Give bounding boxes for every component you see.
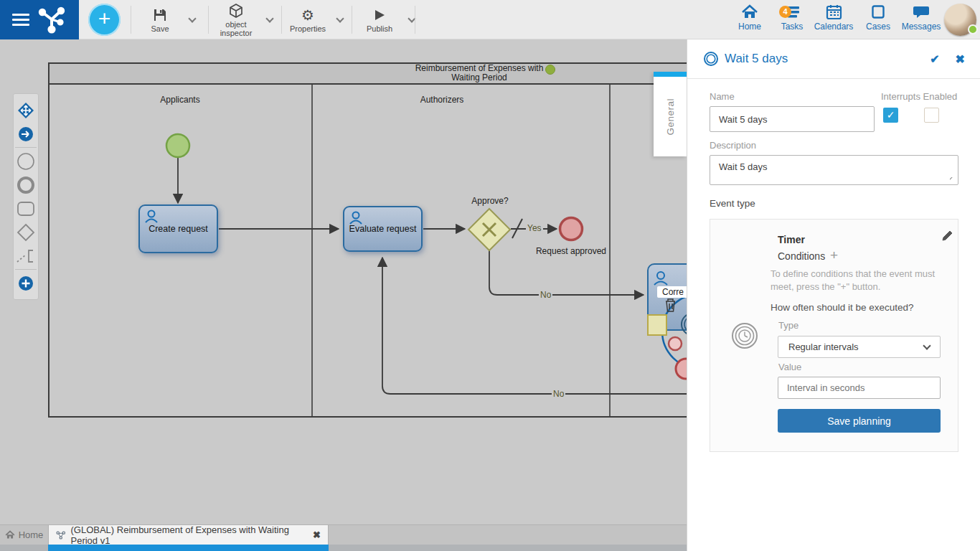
lane-label-applicants[interactable]: Applicants [123,95,237,105]
publish-button[interactable]: Publish [357,7,402,33]
value-input[interactable] [778,377,941,399]
object-inspector-label: object inspector [214,20,258,37]
type-select[interactable]: Regular intervals [778,336,941,358]
user-avatar[interactable] [944,4,976,36]
tab-close-icon[interactable]: ✖ [313,529,321,540]
object-inspector-group: object inspector [212,3,273,37]
arrow-right-icon [18,126,34,142]
end-event-label: Request approved [532,246,611,256]
tab-active-process[interactable]: (GLOBAL) Reimbursement of Expenses with … [48,525,329,545]
partial-task-label: Corre [657,286,689,298]
publish-group: Publish [357,3,415,37]
task-partial-cluster[interactable] [648,264,687,379]
nav-calendars-label: Calendars [814,22,854,32]
pool-title[interactable]: Reimbursement of Expenses with Waiting P… [410,64,548,83]
boundary-marker[interactable] [648,315,666,335]
palette-tool-gateway[interactable] [15,220,37,244]
properties-button[interactable]: ⚙ Properties [286,7,330,33]
event-type-card: Timer Conditions + To define conditions … [710,219,958,452]
menu-end-small[interactable] [669,337,682,350]
flow-label-no-bottom: No [552,389,565,399]
lane-label-authorizers[interactable]: Authorizers [385,95,499,105]
palette-separator [15,147,37,148]
enabled-checkbox[interactable] [924,108,939,123]
circle-thin-icon [17,152,35,171]
move-icon [17,102,34,119]
tab-home-bottom[interactable]: Home [0,525,48,545]
tab-home-label: Home [19,529,44,540]
nav-home[interactable]: Home [730,4,769,32]
end-event-request-approved[interactable] [560,218,583,240]
home-icon [5,530,15,540]
nav-cases[interactable]: Cases [860,4,896,32]
shape-palette [13,93,39,300]
task-label: Evaluate request [349,224,417,234]
bottom-tab-bar: Home (GLOBAL) Reimbursement of Expenses … [0,524,687,551]
process-icon [56,530,66,540]
add-condition-button[interactable]: + [830,248,838,263]
palette-tool-task[interactable] [15,197,37,220]
active-tab-underline [48,545,329,551]
calendar-icon [826,4,842,19]
palette-tool-move[interactable] [15,98,37,122]
palette-tool-end-event[interactable] [15,173,37,197]
add-new-button[interactable]: + [88,4,121,36]
tab-active-label: (GLOBAL) Reimbursement of Expenses with … [71,524,306,546]
tab-general[interactable]: General [654,72,687,156]
cube-icon [229,4,243,18]
nav-tasks[interactable]: 4 Tasks [773,4,811,32]
rounded-rect-icon [17,201,35,217]
toolbar-separator [415,6,415,34]
status-online-dot [968,24,978,34]
chevron-down-icon[interactable] [265,14,273,22]
chevron-down-icon [923,342,930,349]
app-logo-icon[interactable] [37,6,67,34]
tasks-badge: 4 [779,6,791,18]
save-planning-button[interactable]: Save planning [778,409,941,433]
palette-separator [15,269,37,270]
resize-handle[interactable] [950,177,957,184]
gateway-approve[interactable] [468,209,510,250]
palette-tool-annotation[interactable] [15,244,37,268]
nav-calendars[interactable]: Calendars [811,4,856,32]
user-icon [349,211,365,225]
task-create-request[interactable]: Create request [138,204,218,253]
pool-title-band[interactable] [50,64,687,84]
menu-end-large[interactable] [676,359,687,379]
chat-icon [913,4,930,19]
nav-messages-label: Messages [902,22,941,32]
palette-tool-add[interactable] [15,271,37,295]
confirm-icon[interactable]: ✔ [930,52,939,66]
toolbar-separator [352,6,352,34]
process-status-dot [545,65,555,75]
type-label: Type [778,320,798,331]
chevron-down-icon[interactable] [336,14,344,22]
panel-header: Wait 5 days ✔ ✖ [687,39,980,79]
circle-thick-icon [17,176,35,194]
description-textarea[interactable]: Wait 5 days [710,155,958,185]
save-button-group: Save [138,3,195,37]
nav-home-label: Home [738,22,761,32]
gateway-label: Approve? [461,196,519,206]
name-input[interactable] [710,106,875,132]
top-toolbar: + Save object inspector [0,0,980,39]
edit-pencil-icon[interactable] [941,229,954,242]
interrupts-checkbox[interactable]: ✓ [883,108,898,123]
panel-title: Wait 5 days [725,52,788,66]
save-button[interactable]: Save [138,7,182,33]
hamburger-menu-icon[interactable] [12,11,29,29]
play-icon [373,9,386,22]
object-inspector-button[interactable]: object inspector [212,3,260,37]
interrupts-enabled-label: Interrupts Enabled [881,91,957,102]
value-label: Value [778,362,801,372]
nav-messages[interactable]: Messages [899,4,943,32]
description-label: Description [710,140,756,151]
publish-label: Publish [367,24,392,33]
task-evaluate-request[interactable]: Evaluate request [343,206,423,252]
palette-tool-start-event[interactable] [15,149,37,173]
close-panel-icon[interactable]: ✖ [956,52,965,66]
chevron-down-icon[interactable] [188,14,196,22]
flow-label-no-top: No [539,290,552,300]
palette-tool-connect[interactable] [15,122,37,146]
start-event[interactable] [166,134,189,157]
